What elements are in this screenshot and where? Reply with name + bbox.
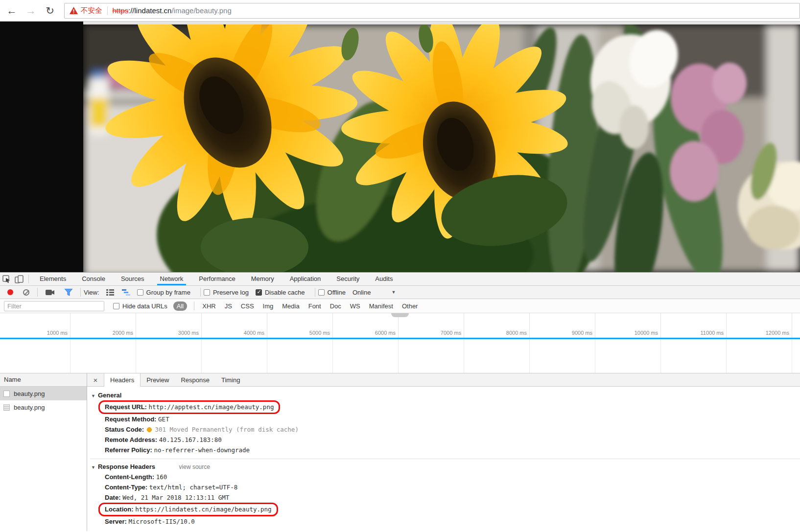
filter-type-xhr[interactable]: XHR — [202, 302, 215, 310]
header-label: Referrer Policy: — [105, 446, 152, 454]
header-label: Date: — [105, 494, 121, 501]
forward-icon[interactable]: → — [24, 3, 38, 18]
tab-network[interactable]: Network — [157, 273, 187, 285]
request-row[interactable]: beauty.png — [0, 400, 87, 414]
tab-console[interactable]: Console — [79, 273, 108, 285]
device-toolbar-icon[interactable] — [13, 273, 25, 285]
not-secure-warning-icon — [70, 7, 78, 14]
network-overview-ruler[interactable]: 1000 ms 2000 ms 3000 ms 4000 ms 5000 ms … — [0, 313, 800, 338]
address-bar[interactable]: 不安全 https ://lindatest.cn /image/beauty.… — [64, 3, 800, 19]
filter-type-manifest[interactable]: Manifest — [369, 302, 393, 310]
preserve-log-label[interactable]: Preserve log — [213, 289, 249, 296]
ruler-tick: 11000 ms — [701, 330, 727, 338]
devtools-tabbar: Elements Console Sources Network Perform… — [0, 273, 800, 286]
filter-type-js[interactable]: JS — [225, 302, 232, 310]
general-section-header[interactable]: ▼General — [90, 390, 800, 400]
filter-type-other[interactable]: Other — [402, 302, 418, 310]
group-by-frame-checkbox[interactable] — [137, 289, 143, 296]
filter-input[interactable] — [4, 301, 104, 311]
filter-type-doc[interactable]: Doc — [330, 302, 341, 310]
tab-audits[interactable]: Audits — [372, 273, 396, 285]
header-row-request-method: Request Method: GET — [90, 414, 800, 424]
throttling-select[interactable]: Online — [353, 289, 371, 296]
disable-cache-checkbox[interactable] — [256, 289, 262, 296]
filter-icon[interactable] — [65, 289, 72, 296]
url-host: ://lindatest.cn — [128, 6, 171, 15]
section-divider — [90, 459, 800, 459]
details-tab-headers[interactable]: Headers — [104, 373, 141, 387]
ruler-tick: 4000 ms — [244, 330, 267, 338]
details-tabbar: × Headers Preview Response Timing — [87, 373, 800, 387]
header-value: 160 — [156, 473, 167, 481]
network-filter-row: Hide data URLs All XHR JS CSS Img Media … — [0, 299, 800, 313]
record-icon[interactable] — [7, 289, 13, 295]
header-label: Location: — [105, 506, 134, 513]
inspect-element-icon[interactable] — [0, 273, 13, 285]
details-tab-preview[interactable]: Preview — [141, 373, 175, 386]
hide-data-urls-label[interactable]: Hide data URLs — [122, 302, 167, 310]
filter-type-css[interactable]: CSS — [241, 302, 254, 310]
tab-sources[interactable]: Sources — [118, 273, 147, 285]
response-headers-section-header[interactable]: ▼Response Headers view source — [90, 461, 800, 472]
preserve-log-checkbox[interactable] — [204, 289, 210, 296]
ruler-tick: 6000 ms — [375, 330, 398, 338]
request-name: beauty.png — [14, 404, 45, 411]
offline-checkbox[interactable] — [318, 289, 325, 296]
reload-icon[interactable]: ↻ — [43, 3, 57, 18]
not-secure-label: 不安全 — [81, 6, 102, 15]
ruler-tick: 12000 ms — [766, 330, 792, 338]
view-list-icon[interactable] — [106, 289, 114, 296]
filter-type-media[interactable]: Media — [282, 302, 299, 310]
header-label: Request Method: — [105, 416, 156, 423]
tab-elements[interactable]: Elements — [37, 273, 69, 285]
status-yellow-dot-icon — [147, 427, 152, 432]
ruler-tick: 7000 ms — [441, 330, 464, 338]
tab-security[interactable]: Security — [333, 273, 362, 285]
close-details-icon[interactable]: × — [87, 373, 104, 386]
filter-divider — [194, 301, 194, 310]
capture-screenshots-icon[interactable] — [46, 289, 55, 296]
request-name: beauty.png — [14, 390, 45, 397]
red-annotation-box: Request URL: http://apptest.cn/image/bea… — [98, 400, 280, 414]
throttling-caret-icon[interactable]: ▼ — [391, 290, 396, 295]
request-row-selected[interactable]: beauty.png — [0, 387, 87, 400]
header-value: https://lindatest.cn/image/beauty.png — [135, 506, 271, 513]
header-label: Remote Address: — [105, 436, 157, 443]
view-source-link[interactable]: view source — [179, 463, 210, 470]
header-row-remote-address: Remote Address: 40.125.167.183:80 — [90, 435, 800, 445]
name-column-header[interactable]: Name — [0, 373, 87, 387]
request-details-panel: × Headers Preview Response Timing ▼Gener… — [87, 373, 800, 531]
overview-resize-handle[interactable] — [391, 313, 409, 317]
view-waterfall-icon[interactable] — [122, 289, 130, 296]
disable-cache-label[interactable]: Disable cache — [265, 289, 305, 296]
tab-memory[interactable]: Memory — [248, 273, 277, 285]
document-thumbnail-icon — [3, 404, 10, 411]
filter-type-font[interactable]: Font — [308, 302, 321, 310]
red-annotation-box: Location: https://lindatest.cn/image/bea… — [98, 503, 278, 516]
header-value: 301 Moved Permanently (from disk cache) — [155, 426, 299, 433]
filter-type-all[interactable]: All — [173, 301, 187, 311]
group-by-frame-label[interactable]: Group by frame — [146, 289, 190, 296]
header-value: text/html; charset=UTF-8 — [149, 484, 238, 491]
header-value: GET — [158, 416, 169, 423]
offline-label[interactable]: Offline — [328, 289, 346, 296]
details-tab-timing[interactable]: Timing — [215, 373, 246, 386]
details-tab-response[interactable]: Response — [175, 373, 215, 386]
omnibox-divider — [107, 6, 108, 15]
hide-data-urls-checkbox[interactable] — [113, 303, 119, 309]
network-toolbar: View: Group by frame Preserve log Disabl… — [0, 286, 800, 299]
clear-icon[interactable] — [23, 289, 29, 296]
collapse-triangle-icon: ▼ — [91, 393, 95, 398]
devtools-panel: Elements Console Sources Network Perform… — [0, 272, 800, 532]
url-scheme: https — [113, 6, 129, 15]
filter-type-ws[interactable]: WS — [350, 302, 360, 310]
back-icon[interactable]: ← — [4, 3, 19, 18]
header-label: Content-Length: — [105, 473, 154, 481]
ruler-tick: 1000 ms — [47, 330, 70, 338]
header-label: Server: — [105, 518, 127, 525]
tab-performance[interactable]: Performance — [196, 273, 238, 285]
tab-application[interactable]: Application — [287, 273, 324, 285]
filter-type-img[interactable]: Img — [263, 302, 274, 310]
ruler-tick: 3000 ms — [178, 330, 201, 338]
toolbar-divider — [37, 288, 38, 297]
